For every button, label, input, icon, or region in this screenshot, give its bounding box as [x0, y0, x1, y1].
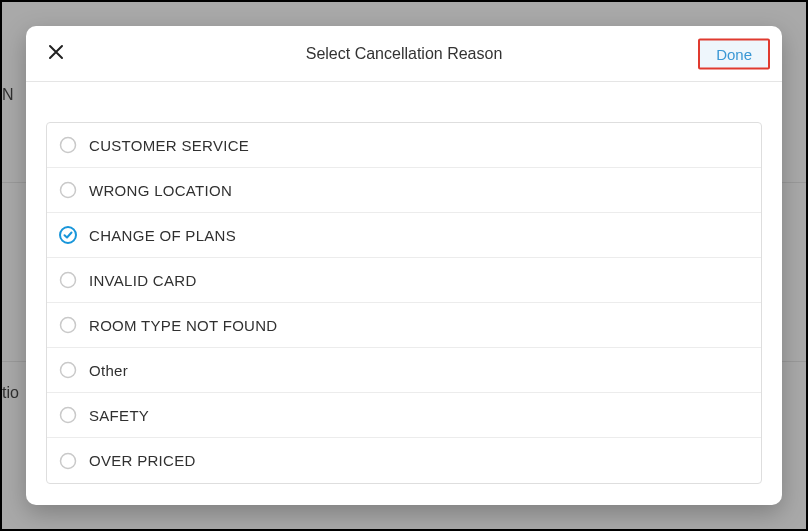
modal-body: CUSTOMER SERVICEWRONG LOCATIONCHANGE OF …	[26, 82, 782, 505]
reason-item[interactable]: INVALID CARD	[47, 258, 761, 303]
modal-title: Select Cancellation Reason	[306, 45, 503, 63]
background-text-partial-2: tio	[2, 384, 19, 402]
background-text-partial-1: N	[2, 86, 14, 104]
reason-item[interactable]: OVER PRICED	[47, 438, 761, 483]
svg-point-0	[61, 138, 76, 153]
reason-label: Other	[89, 362, 128, 379]
radio-unselected-icon	[59, 406, 77, 424]
radio-unselected-icon	[59, 361, 77, 379]
reason-label: CUSTOMER SERVICE	[89, 137, 249, 154]
reason-label: ROOM TYPE NOT FOUND	[89, 317, 278, 334]
svg-point-6	[61, 408, 76, 423]
reason-item[interactable]: WRONG LOCATION	[47, 168, 761, 213]
reason-item[interactable]: ROOM TYPE NOT FOUND	[47, 303, 761, 348]
reason-label: SAFETY	[89, 407, 149, 424]
reason-label: WRONG LOCATION	[89, 182, 232, 199]
svg-point-7	[61, 453, 76, 468]
reason-item[interactable]: CHANGE OF PLANS	[47, 213, 761, 258]
radio-unselected-icon	[59, 452, 77, 470]
background-overlay: N tio Select Cancellation Reason Done CU…	[2, 2, 806, 529]
reason-label: INVALID CARD	[89, 272, 197, 289]
radio-unselected-icon	[59, 181, 77, 199]
svg-point-4	[61, 318, 76, 333]
cancellation-reason-modal: Select Cancellation Reason Done CUSTOMER…	[26, 26, 782, 505]
reason-item[interactable]: Other	[47, 348, 761, 393]
done-button[interactable]: Done	[698, 38, 770, 69]
radio-unselected-icon	[59, 136, 77, 154]
radio-unselected-icon	[59, 271, 77, 289]
reason-label: CHANGE OF PLANS	[89, 227, 236, 244]
close-button[interactable]	[46, 44, 66, 64]
radio-unselected-icon	[59, 316, 77, 334]
reason-label: OVER PRICED	[89, 452, 196, 469]
svg-point-3	[61, 273, 76, 288]
radio-selected-icon	[59, 226, 77, 244]
modal-header: Select Cancellation Reason Done	[26, 26, 782, 82]
reason-item[interactable]: SAFETY	[47, 393, 761, 438]
reason-list: CUSTOMER SERVICEWRONG LOCATIONCHANGE OF …	[46, 122, 762, 484]
svg-point-1	[61, 183, 76, 198]
svg-point-5	[61, 363, 76, 378]
reason-item[interactable]: CUSTOMER SERVICE	[47, 123, 761, 168]
close-icon	[48, 44, 64, 64]
